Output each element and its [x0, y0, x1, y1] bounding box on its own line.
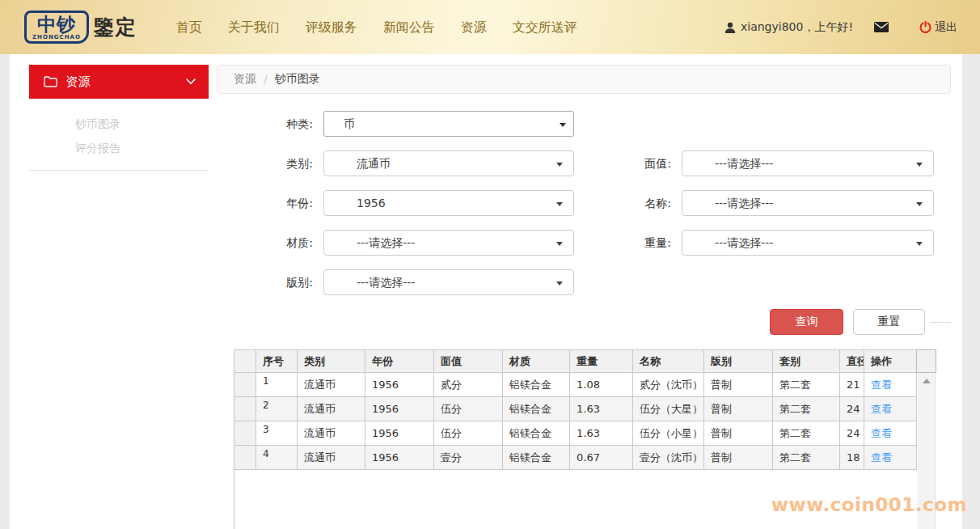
- col-edition: 版别: [704, 350, 773, 373]
- cell-weight: 1.08: [570, 373, 633, 397]
- select-arrow-icon: [916, 242, 923, 246]
- cell-weight: 1.63: [570, 421, 633, 446]
- scroll-up-arrow-icon: [923, 379, 931, 383]
- view-link[interactable]: 查看: [871, 427, 892, 439]
- select-arrow-icon: [556, 242, 563, 246]
- edition-select-value: ---请选择---: [357, 276, 415, 289]
- material-label: 材质:: [217, 230, 323, 256]
- sidebar-list: 钞币图录 评分报告: [10, 112, 217, 161]
- table-row: 2 流通币 1956 伍分 铝镁合金 1.63 伍分（大星） 普制 第二套 24…: [234, 397, 917, 421]
- col-action: 操作: [864, 350, 917, 373]
- folder-icon: [44, 76, 57, 87]
- material-select-value: ---请选择---: [357, 236, 415, 249]
- cell-denomination: 伍分: [434, 397, 503, 421]
- form-row-material-weight: 材质: ---请选择--- 重量: ---请选择---: [217, 230, 951, 256]
- scrollbar-header-filler: [916, 349, 936, 373]
- nav-item-resources[interactable]: 资源: [448, 0, 500, 54]
- cell-seq: 3: [256, 421, 298, 446]
- weight-select[interactable]: ---请选择---: [682, 230, 934, 256]
- nav-item-news[interactable]: 新闻公告: [370, 0, 448, 54]
- logout-button[interactable]: 退出: [919, 20, 957, 35]
- logo-text-zh: 中钞: [32, 15, 81, 34]
- gutter-cell: [234, 373, 256, 397]
- cell-category: 流通币: [298, 397, 365, 421]
- chevron-down-icon: [171, 78, 196, 85]
- name-select[interactable]: ---请选择---: [682, 190, 934, 216]
- logo-box: 中钞 ZHONGCHAO: [24, 11, 89, 44]
- cell-year: 1956: [365, 421, 434, 446]
- category-select[interactable]: 流通币: [323, 150, 574, 176]
- reset-button[interactable]: 重置: [853, 309, 925, 335]
- sidebar-section-resources[interactable]: 资源: [29, 65, 209, 99]
- breadcrumb-current: 钞币图录: [275, 72, 320, 87]
- nav-item-home[interactable]: 首页: [163, 0, 215, 54]
- table-row: 4 流通币 1956 壹分 铝镁合金 0.67 壹分（沈币） 普制 第二套 18…: [234, 446, 917, 470]
- gutter-header: [234, 350, 256, 373]
- cell-denomination: 贰分: [434, 373, 503, 397]
- cell-year: 1956: [365, 397, 434, 421]
- sidebar-item-coin-catalog[interactable]: 钞币图录: [10, 112, 217, 137]
- cell-seq: 4: [256, 446, 298, 470]
- select-arrow-icon: [560, 123, 566, 127]
- breadcrumb-separator: /: [264, 73, 268, 86]
- grid-left-border: [234, 470, 234, 529]
- col-denomination: 面值: [434, 350, 503, 373]
- watermark: www.coin001.com: [771, 494, 967, 515]
- cell-name: 壹分（沈币）: [633, 446, 704, 470]
- sidebar-item-score-report[interactable]: 评分报告: [10, 137, 217, 161]
- cell-weight: 0.67: [570, 446, 633, 470]
- year-select[interactable]: 1956: [323, 190, 574, 216]
- form-row-year-name: 年份: 1956 名称: ---请选择---: [217, 190, 951, 216]
- cell-action: 查看: [864, 397, 917, 421]
- category-label: 类别:: [217, 150, 323, 176]
- select-arrow-icon: [556, 163, 563, 167]
- denomination-select[interactable]: ---请选择---: [682, 150, 934, 176]
- cell-set: 第二套: [773, 373, 840, 397]
- cell-seq: 2: [256, 397, 298, 421]
- nav-item-exchange-submission[interactable]: 文交所送评: [500, 0, 590, 54]
- form-row-category-denomination: 类别: 流通币 面值: ---请选择---: [217, 150, 951, 176]
- kind-select[interactable]: 币: [323, 111, 574, 137]
- col-name: 名称: [633, 350, 704, 373]
- denomination-select-value: ---请选择---: [715, 157, 773, 170]
- cell-edition: 普制: [704, 421, 773, 446]
- view-link[interactable]: 查看: [871, 451, 892, 463]
- cell-action: 查看: [864, 421, 917, 446]
- envelope-icon: [874, 22, 889, 32]
- view-link[interactable]: 查看: [871, 403, 892, 415]
- select-arrow-icon: [556, 281, 563, 286]
- cell-diameter: 21: [840, 373, 864, 397]
- cell-diameter: 24: [840, 421, 864, 446]
- name-select-value: ---请选择---: [715, 197, 773, 209]
- cell-denomination: 伍分: [434, 421, 503, 446]
- results-table: 序号 类别 年份 面值 材质 重量 名称 版别 套别 直径 操作: [234, 349, 917, 470]
- material-select[interactable]: ---请选择---: [323, 230, 574, 256]
- year-select-value: 1956: [357, 197, 386, 209]
- nav-item-grading-service[interactable]: 评级服务: [293, 0, 370, 54]
- form-row-edition: 版别: ---请选择---: [217, 269, 951, 295]
- cell-category: 流通币: [298, 373, 365, 397]
- cell-material: 铝镁合金: [503, 373, 570, 397]
- cell-action: 查看: [864, 446, 917, 470]
- power-icon: [919, 21, 931, 33]
- cell-edition: 普制: [704, 446, 773, 470]
- query-button[interactable]: 查询: [770, 309, 843, 335]
- col-material: 材质: [503, 350, 570, 373]
- user-greeting: xiangyi800，上午好!: [724, 20, 853, 35]
- nav-item-about[interactable]: 关于我们: [215, 0, 293, 54]
- edition-select[interactable]: ---请选择---: [323, 269, 574, 295]
- site-logo[interactable]: 中钞 ZHONGCHAO 鑒定: [24, 11, 137, 44]
- mail-button[interactable]: [874, 22, 889, 32]
- kind-select-value: 币: [344, 117, 355, 130]
- cell-seq: 1: [256, 373, 298, 397]
- main-nav: 首页 关于我们 评级服务 新闻公告 资源 文交所送评: [163, 0, 590, 54]
- gutter-cell: [234, 421, 256, 446]
- breadcrumb-resources[interactable]: 资源: [234, 72, 256, 87]
- denomination-label: 面值:: [574, 150, 682, 176]
- cell-action: 查看: [864, 373, 917, 397]
- select-arrow-icon: [916, 163, 923, 167]
- view-link[interactable]: 查看: [871, 379, 892, 391]
- top-header: 中钞 ZHONGCHAO 鑒定 首页 关于我们 评级服务 新闻公告 资源 文交所…: [0, 0, 980, 54]
- gutter-cell: [234, 397, 256, 421]
- cell-set: 第二套: [773, 421, 840, 446]
